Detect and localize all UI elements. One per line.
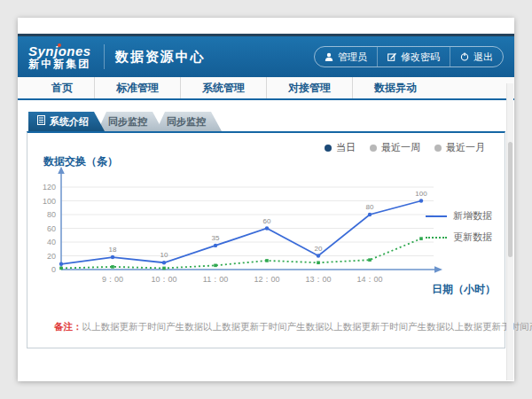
radio-label: 最近一周 — [381, 141, 420, 154]
content-panel: 当日最近一周最近一月 数据交换（条） 0204060801001209：0010… — [27, 131, 505, 348]
svg-text:14：00: 14：00 — [356, 275, 382, 284]
change-password-button[interactable]: 修改密码 — [377, 47, 450, 66]
legend-line-sample — [426, 237, 447, 239]
scrollbar-thumb[interactable] — [508, 142, 512, 257]
footnote-text: 以上数据更新于时间产生数据以上数据更新于时间产生数据以上数据更新于时间产生数据以… — [82, 321, 532, 332]
svg-text:40: 40 — [47, 238, 56, 246]
radio-last-week[interactable]: 最近一周 — [370, 141, 420, 154]
nav-system-mgmt[interactable]: 系统管理 — [180, 77, 266, 98]
legend-label: 更新数据 — [453, 231, 492, 244]
legend-label: 新增数据 — [453, 209, 492, 223]
svg-text:9：00: 9：00 — [102, 275, 123, 284]
radio-dot-icon — [370, 145, 377, 152]
nav-home[interactable]: 首页 — [30, 77, 94, 98]
chart-legend: 新增数据更新数据 — [426, 209, 492, 244]
svg-text:10: 10 — [160, 251, 168, 259]
tab-system-intro[interactable]: 系统介绍 — [28, 112, 105, 131]
svg-text:10：00: 10：00 — [151, 275, 176, 284]
svg-text:100: 100 — [415, 190, 427, 198]
svg-text:20: 20 — [315, 245, 323, 253]
legend-item: 新增数据 — [426, 209, 492, 223]
footnote-label: 备注： — [54, 321, 82, 332]
vertical-scrollbar[interactable] — [506, 83, 513, 380]
svg-text:80: 80 — [47, 210, 56, 219]
nav-data-change[interactable]: 数据异动 — [352, 77, 438, 98]
main-nav: 首页标准管理系统管理对接管理数据异动 — [18, 77, 514, 100]
current-user-label: 管理员 — [338, 51, 367, 64]
browser-page: Synjones 新中新集团 数据资源中心 管理员 修改密码 退出 首页标准管理… — [18, 18, 514, 381]
svg-text:60: 60 — [47, 224, 56, 233]
tab-bar: 系统介绍同步监控同步监控 — [28, 112, 222, 131]
company-logo: Synjones 新中新集团 — [28, 44, 91, 69]
svg-text:80: 80 — [366, 203, 374, 211]
tab-sync-monitor-1[interactable]: 同步监控 — [98, 112, 163, 131]
nav-standard-mgmt[interactable]: 标准管理 — [94, 77, 180, 98]
radio-label: 最近一月 — [446, 141, 485, 154]
line-chart: 0204060801001209：0010：0011：0012：0013：001… — [38, 167, 448, 287]
time-range-filter: 当日最近一周最近一月 — [325, 141, 485, 154]
page-top-strip — [18, 18, 514, 34]
chart-x-axis-title: 日期（小时） — [432, 282, 496, 297]
tab-label: 同步监控 — [108, 116, 147, 127]
svg-text:100: 100 — [43, 197, 56, 206]
user-icon — [325, 52, 333, 61]
svg-text:0: 0 — [51, 265, 56, 274]
tab-label: 同步监控 — [167, 116, 206, 127]
footnote: 备注：以上数据更新于时间产生数据以上数据更新于时间产生数据以上数据更新于时间产生… — [54, 321, 532, 333]
legend-line-sample — [426, 215, 447, 217]
svg-text:35: 35 — [212, 234, 220, 242]
edit-icon — [387, 52, 396, 61]
radio-last-month[interactable]: 最近一月 — [434, 141, 485, 154]
document-icon — [37, 112, 45, 131]
radio-dot-icon — [434, 145, 442, 152]
radio-today[interactable]: 当日 — [325, 141, 356, 154]
header-divider — [104, 44, 105, 69]
page-title: 数据资源中心 — [115, 49, 206, 66]
radio-dot-icon — [325, 145, 332, 152]
svg-text:20: 20 — [47, 252, 56, 261]
svg-text:11：00: 11：00 — [203, 275, 228, 284]
logout-button[interactable]: 退出 — [450, 47, 503, 66]
legend-item: 更新数据 — [426, 231, 492, 244]
logo-company-name: 新中新集团 — [28, 59, 91, 70]
svg-text:60: 60 — [263, 217, 271, 225]
nav-connect-mgmt[interactable]: 对接管理 — [266, 77, 352, 98]
tab-sync-monitor-2[interactable]: 同步监控 — [156, 112, 222, 131]
tab-label: 系统介绍 — [50, 112, 89, 131]
svg-text:18: 18 — [109, 246, 117, 254]
app-header: Synjones 新中新集团 数据资源中心 管理员 修改密码 退出 — [18, 36, 514, 77]
svg-text:12：00: 12：00 — [254, 275, 279, 284]
svg-text:120: 120 — [43, 183, 56, 192]
change-password-label: 修改密码 — [401, 51, 440, 64]
user-toolbar: 管理员 修改密码 退出 — [314, 46, 504, 67]
svg-text:13：00: 13：00 — [305, 275, 331, 284]
radio-label: 当日 — [336, 141, 356, 154]
current-user-button[interactable]: 管理员 — [315, 47, 377, 66]
logout-label: 退出 — [473, 51, 493, 64]
logo-red-dot — [58, 43, 61, 47]
power-icon — [460, 52, 469, 61]
